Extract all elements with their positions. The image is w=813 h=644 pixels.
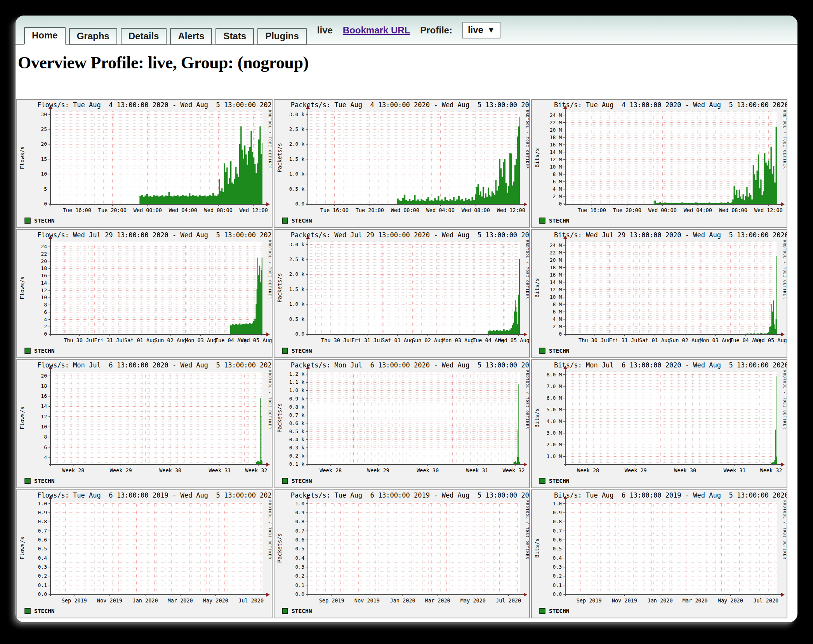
graph-panel-packets-week[interactable]: 0.00.5 k1.0 k1.5 k2.0 k2.5 k3.0 kThu 30 …	[274, 229, 530, 358]
graph-panel-bits-week[interactable]: 02 M4 M6 M8 M10 M12 M14 M16 M18 M20 M22 …	[531, 229, 787, 358]
svg-text:10 M: 10 M	[550, 164, 562, 170]
app-window: HomeGraphsDetailsAlertsStatsPlugins live…	[16, 16, 797, 622]
svg-text:2 M: 2 M	[553, 324, 562, 329]
svg-text:18 M: 18 M	[550, 265, 562, 270]
svg-text:0.1: 0.1	[553, 582, 562, 588]
tab-details[interactable]: Details	[121, 28, 167, 45]
svg-text:0: 0	[559, 331, 562, 337]
chart-title: Flows/s: Tue Aug 4 13:00:00 2020 - Wed A…	[37, 101, 272, 109]
y-axis-label: Flows/s	[19, 406, 25, 429]
svg-text:Wed 12:00: Wed 12:00	[497, 207, 525, 213]
svg-text:Tue 20:00: Tue 20:00	[356, 207, 384, 213]
svg-text:Tue 20:00: Tue 20:00	[98, 207, 127, 213]
svg-text:May 2020: May 2020	[718, 597, 743, 604]
svg-text:2 M: 2 M	[553, 193, 562, 199]
svg-text:Wed 00:00: Wed 00:00	[391, 207, 419, 213]
legend-swatch	[282, 348, 288, 353]
tab-alerts[interactable]: Alerts	[170, 28, 212, 45]
page-title: Overview Profile: live, Group: (nogroup)	[18, 53, 309, 73]
legend-swatch	[540, 348, 545, 353]
svg-text:0.2 k: 0.2 k	[289, 453, 304, 459]
svg-text:Week 30: Week 30	[417, 467, 439, 473]
svg-text:25: 25	[41, 126, 47, 132]
svg-text:Week 28: Week 28	[577, 467, 599, 473]
graph-panel-flows-month[interactable]: 468101214161820Week 28Week 29Week 30Week…	[16, 359, 273, 488]
legend-label: STECHN	[34, 218, 54, 224]
legend-swatch	[282, 218, 288, 223]
svg-text:0.8 k: 0.8 k	[289, 404, 304, 410]
svg-text:10: 10	[41, 171, 47, 177]
graph-grid: 051015202530Tue 16:00Tue 20:00Wed 00:00W…	[16, 99, 787, 618]
svg-text:Jul 2020: Jul 2020	[496, 597, 521, 604]
svg-text:4.0 M: 4.0 M	[547, 418, 562, 424]
svg-text:18 M: 18 M	[550, 134, 562, 140]
y-axis-label: Flows/s	[19, 536, 25, 559]
svg-text:22 M: 22 M	[550, 250, 562, 256]
graph-panel-flows-year[interactable]: 0.00.10.20.30.40.50.60.70.80.91.0Sep 201…	[16, 489, 273, 618]
svg-text:20 M: 20 M	[550, 257, 562, 263]
nav-extras: live Bookmark URL Profile: live ▼	[317, 22, 500, 45]
svg-text:Sat 01 Aug: Sat 01 Aug	[382, 337, 413, 343]
svg-text:20 M: 20 M	[550, 127, 562, 133]
graph-panel-packets-day[interactable]: 0.00.5 k1.0 k1.5 k2.0 k2.5 k3.0 kTue 16:…	[274, 99, 530, 228]
svg-text:2.5 k: 2.5 k	[289, 126, 304, 132]
svg-text:Sun 02 Aug: Sun 02 Aug	[669, 337, 701, 343]
tab-stats[interactable]: Stats	[215, 28, 254, 45]
svg-text:Jan 2020: Jan 2020	[648, 597, 673, 604]
profile-select[interactable]: live ▼	[462, 22, 500, 38]
svg-text:22 M: 22 M	[550, 120, 562, 125]
svg-text:10 M: 10 M	[550, 294, 562, 300]
rrdtool-watermark: RRDTOOL / TOBI OETIKER	[783, 370, 787, 429]
chart-title: Packets/s: Mon Jul 6 13:00:00 2020 - Wed…	[291, 361, 529, 369]
svg-text:Wed 00:00: Wed 00:00	[134, 207, 162, 213]
rrdtool-watermark: RRDTOOL / TOBI OETIKER	[268, 500, 272, 559]
graph-panel-bits-year[interactable]: 0.00.10.20.30.40.50.60.70.80.91.0Sep 201…	[531, 489, 787, 618]
y-axis-label: Packets/s	[276, 403, 283, 433]
graph-panel-packets-year[interactable]: 0.00.10.20.30.40.50.60.70.80.91.0Sep 201…	[274, 489, 530, 618]
svg-text:Week 31: Week 31	[466, 467, 488, 473]
svg-text:3.0 k: 3.0 k	[289, 111, 304, 117]
svg-text:0.1: 0.1	[295, 582, 304, 588]
legend-label: STECHN	[292, 348, 312, 354]
svg-text:0.2: 0.2	[38, 573, 47, 579]
tab-graphs[interactable]: Graphs	[69, 28, 117, 45]
svg-text:24 M: 24 M	[550, 112, 562, 118]
legend-swatch	[282, 478, 288, 484]
graph-panel-flows-week[interactable]: 024681012141618202224Thu 30 JulFri 31 Ju…	[16, 229, 273, 358]
legend-swatch	[540, 478, 545, 484]
chart-title: Packets/s: Tue Aug 4 13:00:00 2020 - Wed…	[291, 101, 529, 109]
legend-label: STECHN	[292, 218, 312, 224]
svg-text:8 M: 8 M	[553, 301, 562, 307]
legend-label: STECHN	[549, 348, 569, 354]
svg-text:Wed 04:00: Wed 04:00	[684, 207, 712, 213]
svg-text:30: 30	[41, 111, 47, 117]
svg-text:0.9: 0.9	[553, 510, 562, 515]
bookmark-url-link[interactable]: Bookmark URL	[343, 25, 410, 36]
svg-text:16: 16	[41, 273, 47, 278]
graph-panel-flows-day[interactable]: 051015202530Tue 16:00Tue 20:00Wed 00:00W…	[16, 99, 273, 228]
svg-text:4: 4	[44, 454, 47, 460]
svg-text:Mar 2020: Mar 2020	[168, 597, 193, 604]
chart-title: Packets/s: Wed Jul 29 13:00:00 2020 - We…	[291, 231, 529, 239]
legend-swatch	[540, 608, 545, 614]
svg-text:0.4: 0.4	[553, 555, 562, 561]
rrdtool-watermark: RRDTOOL / TOBI OETIKER	[525, 500, 529, 559]
svg-text:0.9 k: 0.9 k	[289, 396, 304, 402]
svg-text:0.5 k: 0.5 k	[289, 428, 304, 434]
graph-panel-bits-day[interactable]: 02 M4 M6 M8 M10 M12 M14 M16 M18 M20 M22 …	[531, 99, 787, 228]
svg-text:Mon 03 Aug: Mon 03 Aug	[185, 337, 216, 343]
chart-packets-month: 0.1 k0.2 k0.3 k0.4 k0.5 k0.6 k0.7 k0.8 k…	[274, 360, 529, 487]
svg-text:8: 8	[44, 302, 47, 308]
svg-text:Fri 31 Jul: Fri 31 Jul	[94, 337, 125, 343]
svg-text:12 M: 12 M	[550, 287, 562, 292]
svg-text:0.5 k: 0.5 k	[289, 186, 304, 192]
graph-panel-bits-month[interactable]: 1.0 M2.0 M3.0 M4.0 M5.0 M6.0 M7.0 M8.0 M…	[531, 359, 787, 488]
tab-plugins[interactable]: Plugins	[257, 28, 307, 45]
tab-home[interactable]: Home	[24, 27, 66, 45]
svg-text:3.0 M: 3.0 M	[547, 430, 562, 436]
chart-bits-month: 1.0 M2.0 M3.0 M4.0 M5.0 M6.0 M7.0 M8.0 M…	[532, 360, 787, 487]
graph-panel-packets-month[interactable]: 0.1 k0.2 k0.3 k0.4 k0.5 k0.6 k0.7 k0.8 k…	[274, 359, 530, 488]
svg-text:20: 20	[41, 141, 47, 147]
rrdtool-watermark: RRDTOOL / TOBI OETIKER	[525, 240, 529, 299]
svg-text:7.0 M: 7.0 M	[547, 383, 562, 389]
